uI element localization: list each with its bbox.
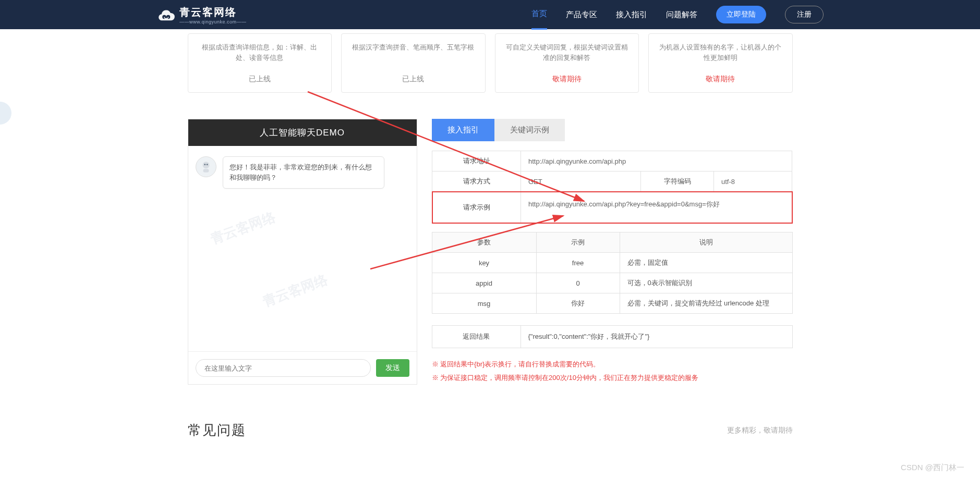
chat-input-area: 发送 xyxy=(188,351,417,384)
card-status: 已上线 xyxy=(196,75,324,84)
tab-guide[interactable]: 接入指引 xyxy=(432,119,494,141)
example-header: 示例 xyxy=(536,232,620,253)
feature-card[interactable]: 根据汉字查询拼音、笔画顺序、五笔字根 已上线 xyxy=(341,33,486,93)
chat-demo-panel: 人工智能聊天DEMO 青云客网络 青云客网络 您好！我是菲菲，非常欢迎您的到来，… xyxy=(188,119,417,385)
table-row: 请求地址 http://api.qingyunke.com/api.php xyxy=(432,151,792,171)
api-params-table: 参数 示例 说明 key free 必需，固定值 appid 0 可选，0表示智… xyxy=(432,232,793,314)
svg-point-4 xyxy=(204,164,205,165)
nav-home[interactable]: 首页 xyxy=(531,0,547,30)
chat-message: 您好！我是菲菲，非常欢迎您的到来，有什么想和我聊聊的吗？ xyxy=(196,156,409,189)
nav-products[interactable]: 产品专区 xyxy=(566,1,597,29)
card-desc: 为机器人设置独有的名字，让机器人的个性更加鲜明 xyxy=(656,42,785,63)
send-button[interactable]: 发送 xyxy=(376,359,409,377)
floating-side-button[interactable] xyxy=(0,102,11,125)
charset-value: utf-8 xyxy=(714,171,792,192)
brand-name: 青云客网络 xyxy=(179,5,247,19)
faq-more: 更多精彩，敬请期待 xyxy=(727,426,793,435)
feature-card[interactable]: 可自定义关键词回复，根据关键词设置精准的回复和解答 敬请期待 xyxy=(495,33,639,93)
feature-card[interactable]: 根据成语查询详细信息，如：详解、出处、读音等信息 已上线 xyxy=(188,33,332,93)
bot-avatar-icon xyxy=(196,156,216,177)
table-row-example: 请求示例 http://api.qingyunke.com/api.php?ke… xyxy=(432,192,792,223)
param-row: msg 你好 必需，关键词，提交前请先经过 urlencode 处理 xyxy=(432,293,792,314)
feature-cards: 根据成语查询详细信息，如：详解、出处、读音等信息 已上线 根据汉字查询拼音、笔画… xyxy=(188,29,793,93)
card-desc: 根据汉字查询拼音、笔画顺序、五笔字根 xyxy=(349,42,478,63)
main-header: 青云客网络 ——www.qingyunke.com—— 首页 产品专区 接入指引… xyxy=(0,0,980,29)
svg-point-2 xyxy=(202,162,209,168)
request-example-label: 请求示例 xyxy=(432,192,521,223)
svg-point-5 xyxy=(206,164,208,165)
brand-subtitle: ——www.qingyunke.com—— xyxy=(179,19,247,24)
param-example: 0 xyxy=(536,273,620,293)
param-name: key xyxy=(432,253,536,273)
request-url-value: http://api.qingyunke.com/api.php xyxy=(521,151,792,171)
table-row: 请求方式 GET 字符编码 utf-8 xyxy=(432,171,792,192)
chat-bubble: 您好！我是菲菲，非常欢迎您的到来，有什么想和我聊聊的吗？ xyxy=(223,156,384,189)
faq-section: 常见问题 更多精彩，敬请期待 xyxy=(188,421,793,450)
card-desc: 可自定义关键词回复，根据关键词设置精准的回复和解答 xyxy=(503,42,632,63)
register-button[interactable]: 注册 xyxy=(785,6,824,23)
brand-logo[interactable]: 青云客网络 ——www.qingyunke.com—— xyxy=(156,5,247,24)
chat-header: 人工智能聊天DEMO xyxy=(188,119,417,146)
param-name: appid xyxy=(432,273,536,293)
return-label: 返回结果 xyxy=(432,326,521,348)
param-desc: 必需，关键词，提交前请先经过 urlencode 处理 xyxy=(620,293,792,314)
nav-faq[interactable]: 问题解答 xyxy=(666,1,697,29)
faq-title: 常见问题 xyxy=(188,421,246,439)
request-url-label: 请求地址 xyxy=(432,151,521,171)
desc-header: 说明 xyxy=(620,232,792,253)
cloud-icon xyxy=(156,5,175,24)
request-method-label: 请求方式 xyxy=(432,171,521,192)
tab-keywords[interactable]: 关键词示例 xyxy=(494,119,565,141)
api-return-table: 返回结果 {"result":0,"content":"你好，我就开心了"} xyxy=(432,325,793,348)
charset-label: 字符编码 xyxy=(641,171,714,192)
param-example: 你好 xyxy=(536,293,620,314)
note-text: ※ 返回结果中{br}表示换行，请自行替换成需要的代码。 xyxy=(432,358,793,371)
chat-input[interactable] xyxy=(196,359,371,377)
card-status: 敬请期待 xyxy=(503,75,632,84)
api-notes: ※ 返回结果中{br}表示换行，请自行替换成需要的代码。 ※ 为保证接口稳定，调… xyxy=(432,358,793,385)
nav-guide[interactable]: 接入指引 xyxy=(616,1,647,29)
return-value: {"result":0,"content":"你好，我就开心了"} xyxy=(521,326,792,348)
api-request-table: 请求地址 http://api.qingyunke.com/api.php 请求… xyxy=(432,151,793,224)
param-example: free xyxy=(536,253,620,273)
api-tabs: 接入指引 关键词示例 xyxy=(432,119,793,141)
note-text: ※ 为保证接口稳定，调用频率请控制在200次/10分钟内，我们正在努力提供更稳定… xyxy=(432,371,793,385)
card-desc: 根据成语查询详细信息，如：详解、出处、读音等信息 xyxy=(196,42,324,63)
request-method-value: GET xyxy=(521,171,641,192)
param-name: msg xyxy=(432,293,536,314)
param-header: 参数 xyxy=(432,232,536,253)
card-status: 已上线 xyxy=(349,75,478,84)
main-nav: 首页 产品专区 接入指引 问题解答 立即登陆 注册 xyxy=(531,0,824,30)
card-status: 敬请期待 xyxy=(656,75,785,84)
param-row: appid 0 可选，0表示智能识别 xyxy=(432,273,792,293)
chat-body: 青云客网络 青云客网络 您好！我是菲菲，非常欢迎您的到来，有什么想和我聊聊的吗？ xyxy=(188,146,417,351)
api-guide-panel: 接入指引 关键词示例 请求地址 http://api.qingyunke.com… xyxy=(432,119,793,385)
svg-rect-3 xyxy=(203,169,209,173)
login-button[interactable]: 立即登陆 xyxy=(716,6,766,23)
param-row: key free 必需，固定值 xyxy=(432,253,792,273)
param-desc: 可选，0表示智能识别 xyxy=(620,273,792,293)
table-row: 返回结果 {"result":0,"content":"你好，我就开心了"} xyxy=(432,326,792,348)
param-desc: 必需，固定值 xyxy=(620,253,792,273)
feature-card[interactable]: 为机器人设置独有的名字，让机器人的个性更加鲜明 敬请期待 xyxy=(648,33,793,93)
request-example-value: http://api.qingyunke.com/api.php?key=fre… xyxy=(521,192,792,223)
